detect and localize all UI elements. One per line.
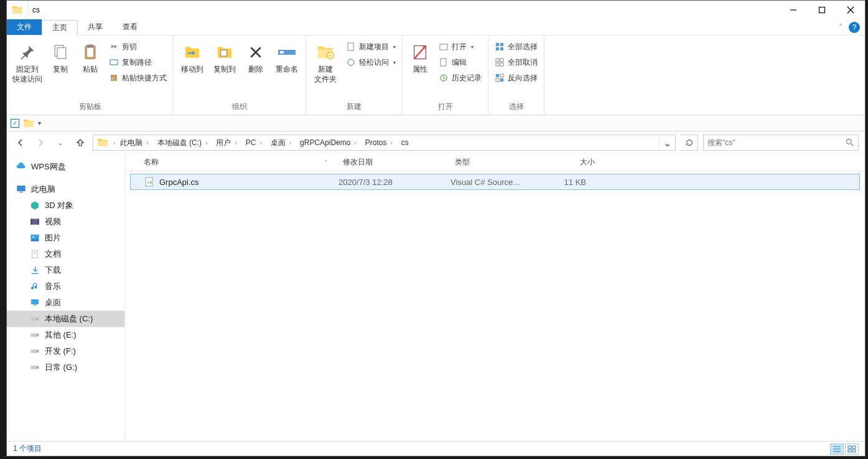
music-icon (29, 281, 40, 292)
tree-item-documents[interactable]: 文档 (7, 246, 124, 262)
address-bar[interactable]: › 此电脑› 本地磁盘 (C:)› 用户› PC› 桌面› gRPCApiDem… (93, 135, 676, 151)
tab-home[interactable]: 主页 (42, 20, 78, 35)
sort-asc-icon: ˄ (325, 159, 327, 165)
rename-button[interactable]: 重命名 (272, 39, 302, 77)
svg-rect-8 (87, 45, 93, 48)
tree-item-desktop[interactable]: 桌面 (7, 295, 124, 311)
select-none-button[interactable]: 全部取消 (492, 55, 540, 70)
tree-item-wps[interactable]: WPS网盘 (7, 159, 124, 175)
help-icon[interactable]: ? (849, 22, 860, 33)
cut-button[interactable]: ✂剪切 (106, 39, 169, 54)
quick-access-bar: ✓ ▾ (7, 115, 865, 131)
checkbox-toggle[interactable]: ✓ (11, 119, 19, 128)
tab-file[interactable]: 文件 (7, 19, 42, 35)
breadcrumb-item[interactable]: cs (398, 135, 413, 150)
properties-button[interactable]: 属性 (406, 39, 434, 77)
nav-tree[interactable]: WPS网盘 此电脑 3D 对象 视频 图片 文档 下载 音乐 桌面 本地磁盘 (… (7, 154, 125, 441)
ribbon-group-open: 属性 打开▾ 编辑 历史记录 打开 (403, 35, 488, 115)
copy-path-button[interactable]: 复制路径 (106, 55, 169, 70)
chevron-right-icon[interactable]: › (112, 140, 116, 146)
breadcrumb-item[interactable]: gRPCApiDemo› (296, 135, 362, 150)
video-icon (29, 216, 40, 227)
item-count: 1 个项目 (13, 443, 42, 454)
minimize-button[interactable] (779, 1, 808, 19)
easy-access-button[interactable]: 轻松访问▾ (343, 55, 398, 70)
pin-quick-access-button[interactable]: 固定到 快速访问 (11, 39, 44, 87)
tree-item-music[interactable]: 音乐 (7, 278, 124, 295)
disk-icon (29, 362, 40, 373)
breadcrumb-item[interactable]: 此电脑› (116, 135, 153, 150)
address-dropdown[interactable]: ⌄ (659, 135, 675, 150)
svg-rect-40 (38, 219, 39, 224)
tree-item-downloads[interactable]: 下载 (7, 262, 124, 278)
svg-rect-29 (500, 63, 503, 66)
breadcrumb-item[interactable]: PC› (242, 135, 267, 150)
qa-dropdown[interactable]: ▾ (38, 120, 41, 126)
tree-item-pictures[interactable]: 图片 (7, 230, 124, 246)
search-box[interactable] (703, 135, 859, 151)
ribbon-group-label: 剪贴板 (11, 100, 169, 115)
tree-item-this-pc[interactable]: 此电脑 (7, 181, 124, 197)
new-item-button[interactable]: 新建项目▾ (343, 39, 398, 54)
tree-item-disk-e[interactable]: 其他 (E:) (7, 327, 124, 343)
tab-view[interactable]: 查看 (113, 19, 147, 35)
tree-item-3d[interactable]: 3D 对象 (7, 197, 124, 214)
svg-rect-33 (496, 78, 499, 82)
copy-button[interactable]: 复制 (47, 39, 74, 77)
breadcrumb-item[interactable]: 本地磁盘 (C:)› (154, 135, 213, 150)
close-button[interactable] (836, 1, 865, 19)
path-icon (109, 57, 119, 67)
search-icon[interactable] (846, 138, 854, 147)
svg-rect-5 (57, 48, 66, 59)
breadcrumb-item[interactable]: 桌面› (267, 135, 296, 150)
navbar: ⌄ › 此电脑› 本地磁盘 (C:)› 用户› PC› 桌面› gRPCApiD… (7, 131, 865, 154)
svg-rect-13 (280, 51, 284, 54)
svg-rect-37 (19, 192, 23, 193)
select-all-button[interactable]: 全部选择 (492, 39, 540, 54)
ribbon-group-label: 打开 (406, 100, 484, 115)
edit-button[interactable]: 编辑 (436, 55, 484, 70)
search-input[interactable] (707, 138, 832, 147)
svg-point-42 (32, 236, 34, 238)
maximize-button[interactable] (808, 1, 836, 19)
up-button[interactable] (73, 135, 88, 150)
refresh-button[interactable] (681, 135, 698, 151)
paste-shortcut-button[interactable]: 粘贴快捷方式 (106, 70, 169, 85)
tree-item-disk-f[interactable]: 开发 (F:) (7, 343, 124, 359)
folder-icon (97, 137, 108, 148)
folder-icon (12, 4, 23, 16)
collapse-ribbon-icon[interactable]: ˄ (839, 23, 842, 32)
tree-item-disk-c[interactable]: 本地磁盘 (C:) (7, 311, 124, 327)
back-button[interactable] (13, 135, 28, 150)
paste-button[interactable]: 粘贴 (77, 39, 104, 77)
invert-selection-button[interactable]: 反向选择 (492, 70, 540, 85)
file-size: 11 KB (536, 177, 594, 187)
titlebar-separator: cs (28, 1, 40, 19)
tree-item-videos[interactable]: 视频 (7, 214, 124, 230)
history-button[interactable]: 历史记录 (436, 70, 484, 85)
file-pane: 名称˄ 修改日期 类型 大小 C# GrpcApi.cs 2020/7/3 12… (125, 154, 865, 441)
column-size[interactable]: 大小 (541, 154, 603, 171)
column-type[interactable]: 类型 (447, 154, 541, 171)
forward-button[interactable] (33, 135, 48, 150)
delete-button[interactable]: 删除 (242, 39, 269, 77)
tab-share[interactable]: 共享 (78, 19, 113, 35)
recent-dropdown[interactable]: ⌄ (53, 135, 68, 150)
svg-rect-26 (496, 59, 499, 62)
tree-item-disk-g[interactable]: 日常 (G:) (7, 359, 124, 376)
copy-to-button[interactable]: 复制到 (210, 39, 240, 77)
breadcrumb-item[interactable]: Protos› (362, 135, 398, 150)
column-date[interactable]: 修改日期 (335, 154, 447, 171)
breadcrumb-item[interactable]: 用户› (212, 135, 241, 150)
column-name[interactable]: 名称˄ (136, 154, 335, 171)
open-button[interactable]: 打开▾ (436, 39, 484, 54)
details-view-button[interactable] (830, 443, 844, 455)
thumbnails-view-button[interactable] (845, 443, 859, 455)
file-row[interactable]: C# GrpcApi.cs 2020/7/3 12:28 Visual C# S… (130, 174, 860, 190)
svg-text:C#: C# (147, 181, 152, 184)
pc-icon (16, 184, 27, 195)
new-folder-button[interactable]: ✳ 新建 文件夹 (310, 39, 341, 87)
move-to-button[interactable]: 移动到 (177, 39, 207, 77)
file-date: 2020/7/3 12:28 (331, 177, 443, 187)
file-list[interactable]: C# GrpcApi.cs 2020/7/3 12:28 Visual C# S… (125, 171, 865, 441)
